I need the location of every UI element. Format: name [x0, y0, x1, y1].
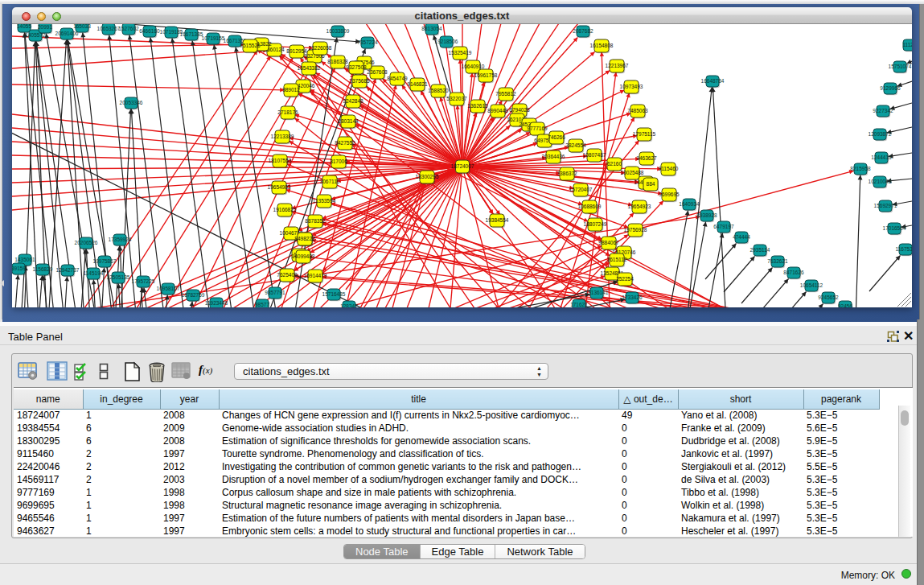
svg-text:1640934: 1640934	[679, 201, 700, 207]
svg-text:20206526: 20206526	[75, 240, 98, 245]
svg-text:7515526: 7515526	[240, 43, 261, 48]
svg-text:16914479: 16914479	[304, 273, 327, 278]
svg-text:10653267: 10653267	[97, 26, 121, 31]
svg-text:10654112: 10654112	[800, 282, 823, 288]
svg-text:11923448: 11923448	[205, 300, 228, 306]
svg-text:1615112: 1615112	[607, 257, 627, 262]
svg-text:9245652: 9245652	[818, 295, 839, 300]
svg-text:989012: 989012	[282, 87, 300, 93]
svg-text:9115460: 9115460	[659, 166, 679, 171]
svg-text:7955812: 7955812	[495, 91, 516, 97]
svg-text:8427552: 8427552	[335, 140, 355, 146]
svg-text:2935114: 2935114	[750, 247, 770, 253]
svg-text:9699695: 9699695	[659, 192, 680, 197]
svg-text:15720407: 15720407	[569, 187, 593, 192]
svg-text:9129966: 9129966	[880, 85, 901, 91]
svg-text:1362615: 1362615	[467, 103, 488, 109]
svg-text:16782759: 16782759	[182, 292, 205, 298]
svg-text:16543382: 16543382	[298, 65, 321, 71]
svg-text:7386372: 7386372	[556, 171, 577, 176]
svg-text:9227342: 9227342	[873, 108, 893, 113]
svg-text:18300295: 18300295	[416, 174, 439, 179]
svg-text:8186328: 8186328	[327, 59, 348, 64]
svg-text:11121: 11121	[902, 42, 912, 47]
svg-text:19218506: 19218506	[435, 39, 458, 44]
svg-text:16154808: 16154808	[590, 43, 614, 48]
svg-text:39159: 39159	[12, 266, 26, 271]
svg-text:7485063: 7485063	[627, 108, 648, 113]
svg-text:7357224: 7357224	[357, 39, 378, 45]
svg-text:3824554: 3824554	[565, 142, 586, 148]
svg-text:5322037: 5322037	[446, 96, 467, 101]
svg-text:98577: 98577	[255, 302, 269, 307]
svg-text:8215958: 8215958	[850, 166, 871, 171]
svg-text:20691406: 20691406	[55, 31, 79, 36]
svg-text:171621: 171621	[570, 302, 588, 307]
svg-text:10958107: 10958107	[157, 286, 180, 291]
svg-text:18724007: 18724007	[451, 163, 474, 169]
svg-text:3375685: 3375685	[349, 78, 370, 84]
svg-text:10210043: 10210043	[869, 179, 892, 184]
svg-text:8878352: 8878352	[305, 218, 326, 224]
svg-text:18807249: 18807249	[584, 221, 607, 227]
svg-text:10688609: 10688609	[578, 204, 602, 209]
svg-text:20364436: 20364436	[542, 154, 565, 159]
svg-text:1588520: 1588520	[428, 88, 449, 93]
svg-text:1145194: 1145194	[84, 270, 104, 276]
svg-text:8813054: 8813054	[421, 26, 442, 31]
svg-text:9242848: 9242848	[343, 98, 363, 104]
svg-text:1435061: 1435061	[14, 257, 35, 262]
svg-text:9857791: 9857791	[265, 290, 285, 295]
svg-text:1244415: 1244415	[871, 154, 892, 160]
svg-text:7632621: 7632621	[767, 258, 788, 264]
svg-text:20991: 20991	[38, 24, 52, 30]
svg-text:1156829: 1156829	[33, 266, 53, 272]
svg-text:15136141: 15136141	[585, 290, 609, 295]
svg-text:16033809: 16033809	[326, 28, 350, 34]
svg-text:8912954: 8912954	[286, 48, 307, 54]
svg-text:19384554: 19384554	[486, 217, 509, 223]
svg-text:16671385: 16671385	[180, 31, 203, 37]
svg-text:15692971: 15692971	[874, 203, 897, 208]
svg-text:23226058: 23226058	[309, 45, 332, 51]
svg-text:19756928: 19756928	[624, 227, 647, 233]
svg-text:12213389: 12213389	[271, 134, 294, 139]
svg-text:9884067: 9884067	[598, 240, 619, 245]
svg-text:15716485: 15716485	[322, 291, 346, 297]
svg-text:8990448: 8990448	[487, 108, 508, 113]
svg-text:16640910: 16640910	[462, 64, 485, 69]
svg-text:1167533: 1167533	[896, 246, 912, 252]
svg-text:17016504: 17016504	[883, 225, 906, 231]
svg-text:8938928: 8938928	[696, 212, 717, 218]
svg-text:18107553: 18107553	[269, 158, 292, 163]
svg-text:9327508: 9327508	[346, 64, 367, 70]
svg-text:1527602: 1527602	[118, 26, 139, 31]
svg-text:6466160: 6466160	[139, 28, 160, 34]
svg-text:2087682: 2087682	[573, 28, 593, 34]
svg-text:15325419: 15325419	[449, 50, 472, 56]
svg-text:17975115: 17975115	[633, 131, 656, 137]
svg-text:2803144: 2803144	[338, 118, 359, 124]
svg-text:17359924: 17359924	[109, 237, 132, 242]
svg-text:2718176: 2718176	[277, 109, 298, 115]
svg-text:9777169: 9777169	[527, 126, 548, 131]
svg-text:12093872: 12093872	[869, 131, 892, 137]
svg-text:8498222: 8498222	[294, 236, 315, 241]
svg-text:7625402: 7625402	[277, 272, 298, 278]
svg-text:11353594: 11353594	[313, 198, 336, 204]
svg-text:884: 884	[647, 181, 655, 187]
svg-text:6479197: 6479197	[713, 224, 734, 229]
svg-text:10025488: 10025488	[621, 170, 644, 175]
svg-text:746266: 746266	[548, 134, 565, 140]
svg-text:252254: 252254	[616, 276, 634, 282]
svg-text:14099488: 14099488	[292, 253, 315, 259]
svg-text:8471626: 8471626	[783, 270, 804, 275]
svg-text:17957225: 17957225	[132, 278, 155, 284]
svg-text:12942737: 12942737	[56, 267, 80, 273]
svg-text:19975867: 19975867	[93, 258, 117, 264]
svg-text:10719155: 10719155	[202, 35, 225, 41]
svg-text:62160: 62160	[607, 161, 622, 167]
svg-text:1733426: 1733426	[622, 295, 643, 300]
svg-text:16648784: 16648784	[701, 78, 725, 84]
svg-text:20053346: 20053346	[120, 100, 143, 105]
